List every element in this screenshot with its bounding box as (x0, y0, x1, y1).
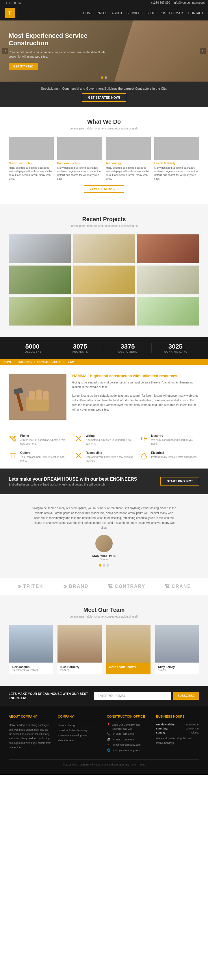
nav-post-formats[interactable]: POST FORMATS (160, 11, 184, 15)
hero-cta-button[interactable]: GET STARTED (9, 63, 38, 70)
footer-phone2-item: 📠 +1 (012) 345 6789 (107, 738, 150, 742)
cta-button[interactable]: START PROJECT (160, 477, 199, 485)
newsletter-form: SUBSCRIBE (94, 692, 199, 700)
hammer-image (9, 374, 66, 420)
social-icons: f t g+ in rss (3, 1, 21, 4)
projects-title: Recent Projects (9, 216, 199, 223)
project-1[interactable] (9, 234, 71, 263)
project-4[interactable] (9, 266, 71, 294)
svg-point-7 (14, 436, 16, 438)
project-6[interactable] (137, 266, 199, 294)
footer-hours-sun-time: Closed (191, 731, 199, 734)
copyright-text: © 2016 Your Company. All Rights Reserved… (63, 763, 145, 766)
project-2[interactable] (73, 234, 135, 263)
project-8[interactable] (73, 297, 135, 326)
partners-grid: ⚙ TRITEK ⚙ BRAND 🏗 CONTRARY 🏗 CRANE (9, 584, 199, 589)
hammer-section: HAMMA - Highstand construction with unli… (0, 365, 208, 428)
partners-section: ⚙ TRITEK ⚙ BRAND 🏗 CONTRARY 🏗 CRANE (0, 578, 208, 595)
project-7[interactable] (9, 297, 71, 326)
newsletter-subscribe-button[interactable]: SUBSCRIBE (173, 692, 199, 700)
team-member-2: Nica Horberty Partner (58, 625, 102, 675)
linkedin-icon[interactable]: in (14, 1, 16, 4)
hero-dot-2[interactable] (105, 76, 107, 79)
testimonial-dot-1[interactable] (99, 564, 101, 566)
project-image-6 (137, 266, 199, 294)
stat-customers: 3375 CUSTOMERS (104, 343, 152, 353)
footer-hours-saturday: Saturday: 9am to 3pm (156, 727, 199, 730)
partner-brand-name: BRAND (69, 584, 89, 589)
testimonial-dot-3[interactable] (107, 564, 109, 566)
nav-about[interactable]: ABOUT (112, 11, 123, 15)
hero-dot-1[interactable] (101, 76, 103, 79)
footer-hours-title: BUSINESS HOURS (156, 715, 199, 720)
breadcrumb-home[interactable]: HOME (3, 360, 12, 364)
main-nav: HOME PAGES ABOUT SERVICES BLOG POST FORM… (83, 11, 203, 15)
twitter-icon[interactable]: t (6, 1, 7, 4)
service-desc-1: Many desktop publishing packages and web… (9, 166, 54, 180)
stat-followers-number: 5000 (9, 343, 56, 350)
team-info-2: Nica Horberty Partner (58, 663, 102, 675)
breadcrumb-construction[interactable]: CONSTRUCTION (37, 360, 61, 364)
wiring-icon (74, 434, 83, 443)
project-3[interactable] (137, 234, 199, 263)
footer-link-industrial[interactable]: Industrial / Manufacturing (58, 728, 101, 733)
footer-link-team[interactable]: Meet Our team (58, 738, 101, 743)
footer-bottom: © 2016 Your Company. All Rights Reserved… (9, 759, 199, 766)
footer-website-item: 🌐 www.yourcompany.com (107, 748, 150, 752)
web-icon: 🌐 (107, 748, 111, 752)
facebook-icon[interactable]: f (3, 1, 4, 4)
team-photo-3 (106, 625, 150, 663)
breadcrumb-building[interactable]: BUILDING (18, 360, 32, 364)
view-all-button[interactable]: VIEW ALL SERVICES (84, 185, 124, 193)
testimonial-author-name: MARCHEL DUE (32, 554, 176, 558)
remodeling-icon (74, 451, 83, 460)
newsletter-email-input[interactable] (94, 692, 171, 700)
piping-text: Piping A fresh level of particular exper… (20, 434, 69, 445)
gutters-icon (9, 451, 18, 460)
nav-blog[interactable]: BLOG (146, 11, 155, 15)
service-health-safety: Health & Safety Many desktop publishing … (154, 137, 199, 180)
svg-rect-3 (36, 390, 42, 399)
nav-pages[interactable]: PAGES (97, 11, 107, 15)
nav-home[interactable]: HOME (83, 11, 93, 15)
testimonial-dot-2[interactable] (103, 564, 105, 566)
service-new-construction: New Construction Many desktop publishing… (9, 137, 54, 180)
google-plus-icon[interactable]: g+ (9, 1, 12, 4)
svg-rect-4 (43, 391, 48, 399)
project-9[interactable] (137, 297, 199, 326)
remodeling-desc: Upgrading your home with a few finishing… (86, 455, 134, 463)
team-member-4: Kiley Felixly Trainer (155, 625, 199, 675)
footer-company-title: COMPANY (58, 715, 101, 720)
hammer-illustration (9, 374, 66, 420)
footer-about-title: ABOUT COMPANY (9, 715, 52, 720)
gutters-title: Gutters (20, 451, 69, 454)
hero-next-arrow[interactable]: › (200, 48, 206, 54)
hero-prev-arrow[interactable]: ‹ (2, 48, 8, 54)
footer-email-item: ✉ info@yourcompany.com (107, 743, 150, 747)
breadcrumb-team[interactable]: TEAM (66, 360, 74, 364)
testimonial-section: Going to be seated simply of Lorem Ipsum… (0, 494, 208, 578)
rss-icon[interactable]: rss (18, 1, 21, 4)
projects-grid (9, 234, 199, 326)
team-section: Meet Our Team Lorem ipsum dolor sit amet… (0, 595, 208, 686)
team-member-3-featured: More about Scottav (106, 625, 150, 675)
logo[interactable]: T (5, 8, 15, 18)
team-name-4: Kiley Felixly (158, 665, 197, 669)
footer-grid: ABOUT COMPANY Many desktop publishing pa… (9, 715, 199, 754)
phone-icon: 📞 (107, 732, 111, 737)
wiring-text: Wiring If something is broken in your ho… (86, 434, 134, 445)
electrical-desc: Professionally install electro appliance… (151, 455, 197, 459)
hero-title: Most Experienced Service Construction (9, 32, 114, 47)
team-grid: Alex Joaquin Chief Executive Officer Nic… (9, 625, 199, 675)
project-5[interactable] (73, 266, 135, 294)
svg-rect-2 (29, 391, 35, 399)
service-remodeling: Remodeling Upgrading your home with a fe… (74, 451, 134, 463)
footer-link-history[interactable]: History / Design (58, 723, 101, 728)
nav-services[interactable]: SERVICES (126, 11, 142, 15)
nav-contact[interactable]: CONTACT (188, 11, 203, 15)
footer: ABOUT COMPANY Many desktop publishing pa… (0, 706, 208, 775)
footer-link-research[interactable]: Research & Development (58, 733, 101, 738)
gutters-text: Gutters Toilet replacement, pipe insulat… (20, 451, 69, 463)
banner-cta-button[interactable]: GET STARTED NOW! (82, 93, 126, 102)
footer-email: info@yourcompany.com (113, 743, 141, 747)
